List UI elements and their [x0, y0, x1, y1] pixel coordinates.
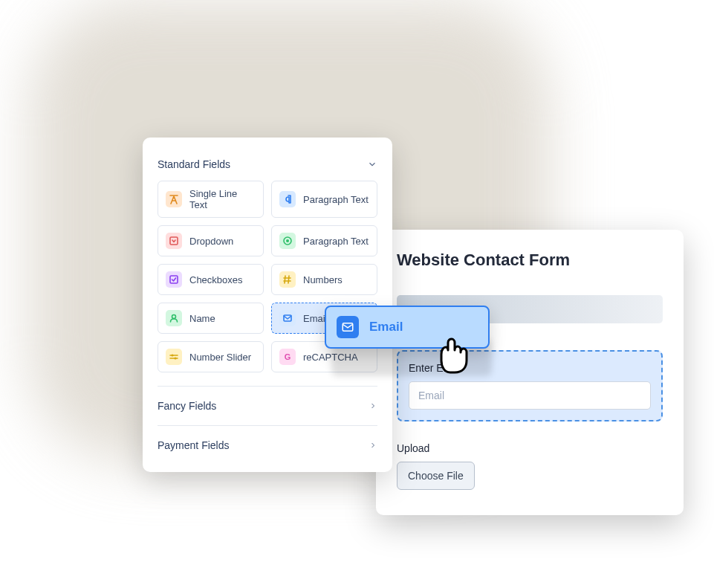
- chevron-right-icon: [369, 401, 377, 410]
- mail-icon: [337, 316, 359, 338]
- field-item-label: Checkboxes: [189, 274, 243, 285]
- field-item-number-slider[interactable]: Number Slider: [158, 341, 264, 372]
- field-item-paragraph-text[interactable]: Paragraph Text: [271, 181, 377, 218]
- person-icon: [166, 310, 182, 326]
- section-payment-title: Payment Fields: [158, 439, 229, 451]
- slider-icon: [166, 349, 182, 365]
- upload-label: Upload: [397, 442, 663, 454]
- divider: [158, 386, 377, 387]
- chevron-right-icon: [369, 441, 377, 450]
- section-fancy-title: Fancy Fields: [158, 400, 216, 412]
- field-item-label: Numbers: [303, 274, 343, 285]
- drag-chip-label: Email: [369, 320, 403, 335]
- divider: [158, 425, 377, 426]
- choose-file-button[interactable]: Choose File: [397, 462, 475, 490]
- field-item-label: Single Line Text: [189, 188, 256, 210]
- section-payment-header[interactable]: Payment Fields: [158, 429, 377, 462]
- radio-icon: [279, 233, 296, 249]
- form-title: Website Contact Form: [397, 251, 663, 270]
- field-item-label: Paragraph Text: [303, 236, 369, 247]
- dropdown-icon: [166, 233, 182, 249]
- text-a-icon: [166, 191, 182, 207]
- field-item-name[interactable]: Name: [158, 303, 264, 334]
- grab-cursor-icon: [428, 328, 476, 377]
- field-item-single-line-text[interactable]: Single Line Text: [158, 181, 264, 218]
- email-input[interactable]: [409, 381, 651, 410]
- field-item-checkboxes[interactable]: Checkboxes: [158, 264, 264, 295]
- chevron-down-icon: [367, 159, 377, 169]
- section-standard-title: Standard Fields: [158, 158, 230, 170]
- paragraph-icon: [279, 191, 296, 207]
- hash-icon: [279, 271, 296, 288]
- field-item-numbers[interactable]: Numbers: [271, 264, 377, 295]
- field-item-label: Email: [303, 313, 328, 324]
- field-item-paragraph-text[interactable]: Paragraph Text: [271, 225, 377, 256]
- g-icon: [279, 349, 296, 365]
- field-item-label: Dropdown: [189, 236, 233, 247]
- checkbox-icon: [166, 271, 182, 288]
- fields-panel: Standard Fields Single Line TextParagrap…: [143, 138, 392, 472]
- field-item-dropdown[interactable]: Dropdown: [158, 225, 264, 256]
- field-item-label: Number Slider: [189, 352, 251, 363]
- field-item-label: Name: [189, 313, 215, 324]
- mail-icon: [279, 310, 296, 326]
- field-item-label: Paragraph Text: [303, 194, 369, 205]
- section-standard-header[interactable]: Standard Fields: [158, 152, 377, 181]
- section-fancy-header[interactable]: Fancy Fields: [158, 390, 377, 422]
